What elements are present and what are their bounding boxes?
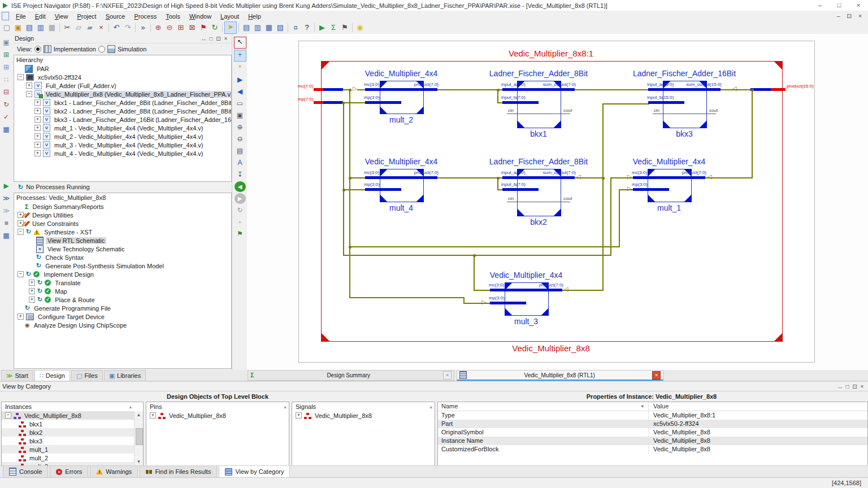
zoom-doc-out-icon[interactable]: ⊖ bbox=[235, 134, 246, 145]
page-icon[interactable]: ▤ bbox=[235, 146, 246, 156]
tab-console[interactable]: Console bbox=[3, 466, 48, 478]
menu-process[interactable]: Process bbox=[130, 11, 162, 21]
expander-icon[interactable]: + bbox=[29, 280, 35, 286]
menu-file[interactable]: File bbox=[11, 11, 31, 21]
hierarchy-item-mult-2-vedic-multiplier-4x4-vedic-multip[interactable]: +Vmult_2 - Vedic_Multiplier_4x4 (Vedic_M… bbox=[14, 132, 231, 141]
toolbar-overflow-icon[interactable]: » bbox=[137, 22, 149, 33]
tab-errors[interactable]: × Errors bbox=[50, 466, 88, 478]
instance-item-bkx1[interactable]: bkx1 bbox=[2, 420, 143, 428]
hierarchy-item-bkx3-ladner-fischer-adder-16bit-ladner-f[interactable]: +Vbkx3 - Ladner_Fischer_Adder_16Bit (Lad… bbox=[14, 115, 231, 124]
expander-icon[interactable]: + bbox=[34, 99, 41, 106]
scroll-down-icon[interactable]: ▼ bbox=[134, 458, 143, 465]
expander-icon[interactable]: + bbox=[18, 313, 24, 320]
hierarchy-item-mult-4-vedic-multiplier-4x4-vedic-multip[interactable]: +Vmult_4 - Vedic_Multiplier_4x4 (Vedic_M… bbox=[14, 149, 231, 158]
expander-icon[interactable]: − bbox=[18, 271, 24, 277]
sort-icon[interactable]: ▴ bbox=[129, 402, 132, 411]
wand-icon[interactable]: * bbox=[235, 63, 246, 73]
menu-project[interactable]: Project bbox=[72, 11, 101, 21]
float-horizontal-icon[interactable]: ↔ bbox=[836, 384, 844, 390]
float-icon[interactable]: □ bbox=[844, 384, 851, 390]
process-item-configure-target-device[interactable]: +Configure Target Device bbox=[14, 312, 231, 321]
run-icon[interactable]: ▶ bbox=[316, 22, 328, 33]
wrench-icon[interactable]: ¤ bbox=[290, 22, 301, 33]
pop-out-icon[interactable]: ◀ bbox=[235, 86, 246, 97]
tab-find-in-files[interactable]: Find in Files Results bbox=[140, 466, 217, 478]
copy-icon[interactable]: ▱ bbox=[73, 22, 84, 33]
process-item-place-route[interactable]: +↻✓Place & Route bbox=[14, 295, 231, 304]
delete-icon[interactable]: × bbox=[96, 22, 107, 33]
zoom-flag-icon[interactable]: ⚑ bbox=[198, 22, 209, 33]
hierarchy-item-xc5vlx50-2ff324[interactable]: −xc5vlx50-2ff324 bbox=[14, 73, 231, 81]
expander-icon[interactable]: + bbox=[34, 133, 41, 140]
expander-icon[interactable]: − bbox=[5, 412, 11, 419]
tile-vertical-icon[interactable]: ▥ bbox=[252, 22, 263, 33]
pins-root-item[interactable]: + Vedic_Multiplier_8x8 bbox=[146, 411, 289, 420]
add-text-icon[interactable]: A bbox=[235, 158, 246, 168]
process-item-design-summary-reports[interactable]: ΣDesign Summary/Reports bbox=[14, 202, 231, 211]
hierarchy-item-par[interactable]: PAR bbox=[14, 64, 231, 73]
close-icon[interactable]: × bbox=[858, 384, 866, 390]
tab-rtl-schematic[interactable]: Vedic_Multiplier_8x8 (RTL1) × bbox=[457, 370, 663, 381]
dock-icon[interactable]: ⊡ bbox=[215, 36, 222, 42]
redo-icon[interactable]: ↷ bbox=[122, 22, 133, 33]
value-column-header[interactable]: Value bbox=[649, 402, 867, 411]
tab-start[interactable]: ≫ Start bbox=[1, 370, 33, 381]
back-icon[interactable]: ◀ bbox=[235, 181, 246, 192]
process-item-check-syntax[interactable]: ↻Check Syntax bbox=[14, 253, 231, 262]
zoom-in-icon[interactable]: ⊕ bbox=[153, 22, 164, 33]
sort-icon[interactable]: ▴ bbox=[429, 402, 432, 411]
expander-icon[interactable]: + bbox=[34, 108, 41, 114]
property-row-instance-name[interactable]: Instance NameVedic_Multiplier_8x8 bbox=[438, 437, 867, 445]
close-tab-icon[interactable]: × bbox=[443, 371, 452, 380]
history-icon[interactable]: ↻ bbox=[235, 205, 246, 216]
property-row-type[interactable]: TypeVedic_Multiplier_8x8:1 bbox=[438, 411, 867, 420]
expander-icon[interactable]: + bbox=[150, 412, 156, 419]
instance-item-mult-2[interactable]: mult_2 bbox=[2, 454, 143, 462]
expander-icon[interactable]: − bbox=[26, 91, 32, 97]
expander-icon[interactable]: − bbox=[18, 74, 24, 80]
cut-icon[interactable]: ✂ bbox=[62, 22, 73, 33]
mdi-restore-icon[interactable]: ⊡ bbox=[845, 12, 854, 20]
schematic-canvas[interactable]: Vedic_Multiplier_8x8:1 Vedic_Multiplier_… bbox=[247, 34, 868, 370]
table-icon[interactable]: ▦ bbox=[1, 124, 11, 134]
close-button[interactable]: × bbox=[849, 0, 868, 11]
zoom-fit-icon[interactable]: ⊠ bbox=[186, 22, 198, 33]
signals-root-item[interactable]: + Vedic_Multiplier_8x8 bbox=[292, 411, 435, 420]
instance-item-mult-1[interactable]: mult_1 bbox=[2, 445, 143, 454]
process-item-user-constraints[interactable]: +User Constraints bbox=[14, 219, 231, 228]
sheets-icon[interactable]: ▣ bbox=[235, 110, 246, 121]
menu-window[interactable]: Window bbox=[185, 11, 216, 21]
expander-icon[interactable]: + bbox=[34, 150, 41, 156]
process-item-design-utilities[interactable]: +Design Utilities bbox=[14, 211, 231, 219]
lightbulb-icon[interactable]: ◉ bbox=[354, 22, 366, 33]
process-item-generate-post-synthesis-simulation-model[interactable]: ↻Generate Post-Synthesis Simulation Mode… bbox=[14, 262, 231, 270]
paste-icon[interactable]: ▰ bbox=[84, 22, 96, 33]
minimize-button[interactable]: – bbox=[810, 0, 830, 11]
push-into-icon[interactable]: ▶ bbox=[235, 75, 246, 85]
hierarchy-item-vedic-multiplier-8x8-vedic-multiplier-8x[interactable]: −VVedic_Multiplier_8x8 (Vedic_Multiplier… bbox=[14, 90, 231, 98]
expander-icon[interactable]: + bbox=[296, 412, 302, 419]
run-process-icon[interactable]: ▶ bbox=[1, 181, 11, 191]
menu-view[interactable]: View bbox=[50, 11, 73, 21]
tab-view-by-category[interactable]: View by Category bbox=[219, 466, 290, 478]
arrange-windows-icon[interactable]: ▧ bbox=[275, 22, 286, 33]
hierarchy-item-full-adder-full-adder-v[interactable]: +VFull_Adder (Full_Adder.v) bbox=[14, 81, 231, 90]
scroll-up-icon[interactable]: ▲ bbox=[134, 411, 143, 419]
new-window-icon[interactable]: ▣ bbox=[1, 37, 11, 47]
process-item-view-rtl-schematic[interactable]: View RTL Schematic bbox=[14, 236, 231, 245]
tab-warnings[interactable]: Warnings bbox=[90, 466, 138, 478]
new-file-icon[interactable]: ▢ bbox=[1, 22, 12, 33]
scroll-thumb[interactable] bbox=[136, 428, 143, 445]
close-rtl-tab-icon[interactable]: × bbox=[652, 371, 661, 380]
menu-help[interactable]: Help bbox=[244, 11, 266, 21]
instance-item-bkx2[interactable]: bkx2 bbox=[2, 428, 143, 437]
flag-icon[interactable]: ⚑ bbox=[235, 229, 246, 239]
refresh-source-icon[interactable]: ↻ bbox=[1, 99, 11, 110]
mdi-close-icon[interactable]: × bbox=[856, 12, 865, 19]
new-sheet-icon[interactable]: ▭ bbox=[235, 98, 246, 109]
hierarchy-icon[interactable]: ∷ bbox=[1, 75, 11, 85]
close-icon[interactable]: × bbox=[222, 36, 229, 42]
select-pointer-icon[interactable]: ↖ bbox=[234, 37, 246, 49]
tab-libraries[interactable]: ▣ Libraries bbox=[104, 370, 146, 381]
process-item-synthesize-xst[interactable]: −↻Synthesize - XST bbox=[14, 228, 231, 236]
